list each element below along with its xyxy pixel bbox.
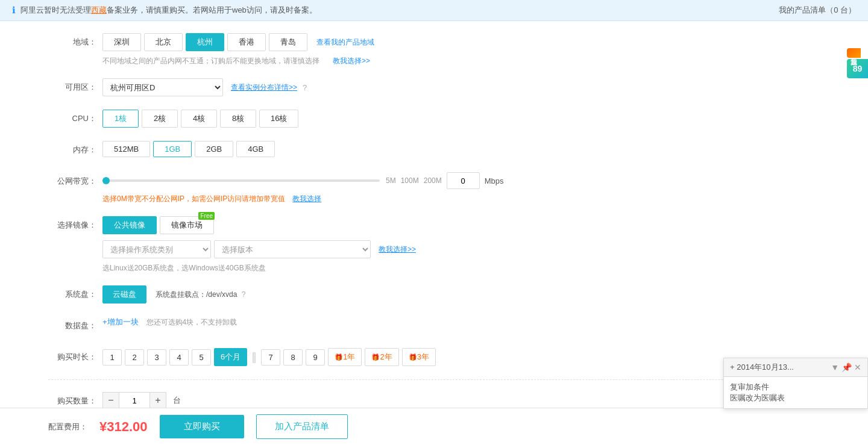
az-help-icon[interactable]: ? xyxy=(303,83,307,92)
image-tabs-row: 公共镜像 镜像市场 Free xyxy=(102,216,416,234)
region-shenzhen[interactable]: 深圳 xyxy=(102,33,141,51)
region-hangzhou[interactable]: 杭州 xyxy=(186,33,224,51)
disk-mount-info: 系统盘挂载点：/dev/xvda ? xyxy=(156,290,245,300)
image-help-link[interactable]: 教我选择>> xyxy=(379,244,416,255)
region-row: 地域： 深圳 北京 杭州 香港 青岛 查看我的产品地域 不同地域之间的产品内网不… xyxy=(48,33,868,66)
cpu-16core[interactable]: 16核 xyxy=(259,110,298,128)
duration-2year[interactable]: 🎁2年 xyxy=(365,348,398,366)
datadisk-note: 您还可选购4块，不支持卸载 xyxy=(146,317,237,328)
quantity-stepper: − + xyxy=(102,392,166,409)
ram-content: 512MB 1GB 2GB 4GB xyxy=(102,141,868,157)
region-label: 地域： xyxy=(48,33,102,51)
duration-label: 购买时长： xyxy=(48,348,102,366)
os-type-select[interactable]: 选择操作系统类别 xyxy=(102,240,211,258)
region-buttons: 深圳 北京 杭州 香港 青岛 查看我的产品地域 xyxy=(102,33,374,51)
os-version-select[interactable]: 选择版本 xyxy=(214,240,371,258)
az-detail-link[interactable]: 查看实例分布详情>> xyxy=(231,82,297,93)
bw-help-link[interactable]: 教我选择 xyxy=(292,194,321,203)
bandwidth-warning: 选择0M带宽不分配公网IP，如需公网IP访问请增加带宽值 教我选择 xyxy=(102,194,504,204)
add-to-cart-button[interactable]: 加入产品清单 xyxy=(256,414,348,435)
free-badge: Free xyxy=(198,212,215,220)
panel-scroll-btn[interactable]: ▼ xyxy=(831,363,839,372)
duration-9[interactable]: 9 xyxy=(306,349,325,366)
info-icon: ℹ xyxy=(12,5,16,16)
az-row: 可用区： 杭州可用区A 杭州可用区B 杭州可用区C 杭州可用区D 查看实例分布详… xyxy=(48,78,868,98)
cpu-8core[interactable]: 8核 xyxy=(220,110,256,128)
buy-now-button[interactable]: 立即购买 xyxy=(160,415,244,435)
bandwidth-label: 公网带宽： xyxy=(48,172,102,190)
ram-row: 内存： 512MB 1GB 2GB 4GB xyxy=(48,141,868,160)
region-beijing[interactable]: 北京 xyxy=(144,33,183,51)
panel-line-1: 复审加条件 xyxy=(730,382,861,393)
qty-unit: 台 xyxy=(173,395,181,406)
datadisk-content: +增加一块 您还可选购4块，不支持卸载 xyxy=(102,317,868,328)
panel-title: + 2014年10月13... xyxy=(730,362,794,373)
ram-512mb[interactable]: 512MB xyxy=(102,141,150,157)
region-qingdao[interactable]: 青岛 xyxy=(269,33,307,51)
duration-4[interactable]: 4 xyxy=(169,349,189,366)
top-notice: ℹ 阿里云暂时无法受理西藏备案业务，请慎重购买。若网站用于web访问，请及时备案… xyxy=(0,0,868,21)
qty-input[interactable] xyxy=(119,392,149,409)
image-tab-market[interactable]: 镜像市场 Free xyxy=(160,216,214,234)
cpu-4core[interactable]: 4核 xyxy=(181,110,217,128)
add-disk-button[interactable]: +增加一块 xyxy=(102,317,139,328)
side-decoration: 点我加速 89 xyxy=(847,48,868,78)
qty-increase-btn[interactable]: + xyxy=(149,392,166,409)
ram-2gb[interactable]: 2GB xyxy=(195,141,233,157)
score-badge[interactable]: 89 xyxy=(847,59,868,78)
image-content: 公共镜像 镜像市场 Free 选择操作系统类别 选择版本 教我选择>> 选Lin… xyxy=(102,216,416,273)
panel-actions: ▼ 📌 ✕ xyxy=(831,363,861,372)
product-list-header[interactable]: 我的产品清单（0 台） xyxy=(779,5,856,16)
duration-8[interactable]: 8 xyxy=(283,349,303,366)
az-label: 可用区： xyxy=(48,78,102,96)
bottom-bar: 配置费用： ¥312.00 立即购买 加入产品清单 xyxy=(0,408,868,435)
az-select[interactable]: 杭州可用区A 杭州可用区B 杭州可用区C 杭州可用区D xyxy=(102,78,223,96)
ram-label: 内存： xyxy=(48,141,102,159)
cpu-1core[interactable]: 1核 xyxy=(102,110,139,128)
panel-pin-btn[interactable]: 📌 xyxy=(841,363,852,372)
image-tab-public[interactable]: 公共镜像 xyxy=(102,216,157,234)
bandwidth-slider-container: 5M 100M 200M Mbps xyxy=(102,172,504,189)
sysdisk-content: 云磁盘 系统盘挂载点：/dev/xvda ? xyxy=(102,285,868,303)
bandwidth-unit: Mbps xyxy=(485,176,504,185)
datadisk-label: 数据盘： xyxy=(48,317,102,335)
cpu-row: CPU： 1核 2核 4核 8核 16核 xyxy=(48,110,868,129)
duration-1year[interactable]: 🎁1年 xyxy=(328,348,362,366)
duration-1[interactable]: 1 xyxy=(102,349,122,366)
region-view-link[interactable]: 查看我的产品地域 xyxy=(316,37,374,48)
sysdisk-row: 系统盘： 云磁盘 系统盘挂载点：/dev/xvda ? xyxy=(48,285,868,305)
floating-panel-body: 复审加条件 医嘱改为医嘱表 xyxy=(724,377,867,408)
duration-2[interactable]: 2 xyxy=(125,349,144,366)
duration-6months[interactable]: 6个月 xyxy=(214,348,247,366)
duration-3year[interactable]: 🎁3年 xyxy=(402,348,436,366)
floating-panel-header: + 2014年10月13... ▼ 📌 ✕ xyxy=(724,358,867,377)
floating-panel: + 2014年10月13... ▼ 📌 ✕ 复审加条件 医嘱改为医嘱表 xyxy=(723,358,868,409)
cpu-2core[interactable]: 2核 xyxy=(142,110,178,128)
qty-decrease-btn[interactable]: − xyxy=(102,392,119,409)
disk-type-btn[interactable]: 云磁盘 xyxy=(102,285,146,303)
cpu-content: 1核 2核 4核 8核 16核 xyxy=(102,110,868,128)
price-label: 配置费用： xyxy=(48,422,87,432)
duration-3[interactable]: 3 xyxy=(147,349,166,366)
az-content: 杭州可用区A 杭州可用区B 杭州可用区C 杭州可用区D 查看实例分布详情>> ? xyxy=(102,78,868,96)
region-hongkong[interactable]: 香港 xyxy=(227,33,266,51)
region-note: 不同地域之间的产品内网不互通；订购后不能更换地域，请谨慎选择 教我选择>> xyxy=(102,56,374,66)
ram-4gb[interactable]: 4GB xyxy=(236,141,275,157)
bandwidth-slider[interactable] xyxy=(102,179,380,182)
price-value: ¥312.00 xyxy=(99,419,148,435)
bandwidth-content: 5M 100M 200M Mbps 选择0M带宽不分配公网IP，如需公网IP访问… xyxy=(102,172,504,204)
add-speed-btn[interactable]: 点我加速 xyxy=(847,48,861,58)
image-selects-row: 选择操作系统类别 选择版本 教我选择>> xyxy=(102,240,416,258)
cpu-label: CPU： xyxy=(48,110,102,128)
bandwidth-input[interactable] xyxy=(447,172,480,189)
sysdisk-label: 系统盘： xyxy=(48,285,102,303)
os-note: 选Linux送20GB系统盘，选Windows送40GB系统盘 xyxy=(102,263,416,273)
panel-close-btn[interactable]: ✕ xyxy=(854,363,861,372)
disk-help-icon[interactable]: ? xyxy=(242,290,246,299)
region-help-link[interactable]: 教我选择>> xyxy=(333,57,370,65)
duration-5[interactable]: 5 xyxy=(192,349,211,366)
image-label: 选择镜像： xyxy=(48,216,102,234)
panel-line-2: 医嘱改为医嘱表 xyxy=(730,393,861,403)
ram-1gb[interactable]: 1GB xyxy=(153,141,192,157)
duration-7[interactable]: 7 xyxy=(261,349,280,366)
